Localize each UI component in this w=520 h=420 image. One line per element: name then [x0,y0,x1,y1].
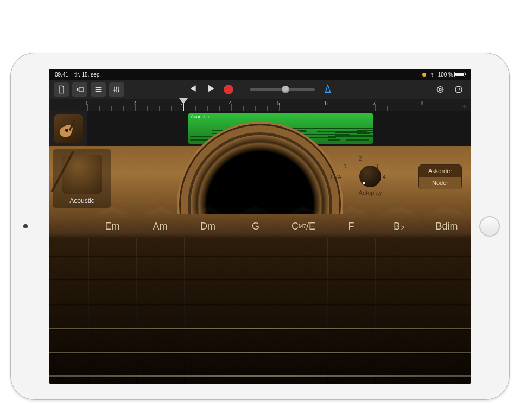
ruler-bar-label: 1 [85,100,88,106]
ruler-bar-label: 6 [325,100,328,106]
tracks-view-button[interactable] [91,82,106,97]
chords-notes-toggle[interactable]: Akkorder Noder [418,164,462,189]
region-label: Acoustic [188,113,373,120]
guitar-string[interactable] [49,256,471,256]
timeline-ruler[interactable]: 12345678 + [49,99,471,111]
guitar-string[interactable] [49,352,471,353]
status-bar: 09.41 tir. 15. sep. 100 % [49,69,471,80]
guitar-string[interactable] [49,375,471,377]
svg-point-14 [65,129,68,132]
svg-rect-2 [96,87,102,88]
my-songs-button[interactable] [54,82,69,97]
status-time: 09.41 [55,72,68,78]
ipad-device-frame: 09.41 tir. 15. sep. 100 % [10,53,510,400]
guitar-string[interactable] [49,328,471,329]
metronome-button[interactable] [322,83,333,96]
autoplay-knob[interactable] [359,166,381,187]
chord-button[interactable]: B♭ [375,214,423,238]
instrument-preset-button[interactable]: Acoustic [53,149,111,208]
guitar-string[interactable] [49,279,471,279]
front-camera [23,224,28,228]
browser-button[interactable] [72,82,87,97]
master-volume-slider[interactable] [250,88,315,91]
svg-rect-1 [79,87,83,92]
top-toolbar: ? [49,80,471,99]
ruler-bar-label: 2 [133,100,136,106]
acoustic-guitar-icon [62,155,102,194]
add-section-button[interactable]: + [462,101,467,111]
chord-button[interactable]: Bdim [423,214,471,238]
track-controls-button[interactable] [109,82,124,97]
record-button[interactable] [224,85,233,94]
battery-icon [454,72,465,77]
autoplay-control: FRA 1 2 3 4 Autoplay [340,156,400,196]
autoplay-pos-1: 1 [344,163,347,169]
autoplay-pos-2: 2 [359,156,362,162]
ruler-bar-label: 7 [373,100,376,106]
mode-chords[interactable]: Akkorder [419,165,461,177]
chord-button[interactable]: Em [88,214,136,238]
screen: 09.41 tir. 15. sep. 100 % [49,69,471,384]
chord-button[interactable]: G [232,214,280,238]
autoplay-off-label: FRA [331,174,341,180]
help-button[interactable]: ? [451,82,466,97]
playhead[interactable] [183,99,184,111]
autoplay-pos-4: 4 [383,174,386,180]
battery-indicator: 100 % [438,72,465,78]
volume-thumb[interactable] [282,86,289,93]
status-time-date: 09.41 tir. 15. sep. [55,72,101,78]
status-date: tir. 15. sep. [74,72,101,78]
wifi-icon [429,72,435,77]
autoplay-scale-labels: FRA 1 2 3 4 [340,156,400,163]
chord-button[interactable]: F [327,214,375,238]
annotation-leader-line [213,0,213,113]
chord-strip: EmAmDmGCM7/EFB♭Bdim [49,214,471,238]
guitar-string[interactable] [49,304,471,305]
ruler-bar-label: 4 [229,100,232,106]
ruler-bar-label: 5 [277,100,280,106]
track-instrument-icon [54,114,83,143]
svg-point-6 [116,87,118,89]
chord-button[interactable]: CM7/E [280,214,327,238]
svg-point-5 [114,90,116,91]
svg-point-9 [439,88,441,91]
battery-percent: 100 % [438,72,453,78]
transport-controls [187,83,333,96]
ruler-bar-label: 8 [421,100,424,106]
instrument-panel: Acoustic FRA 1 2 3 4 Autoplay Akkorder N… [49,146,471,214]
settings-button[interactable] [433,82,448,97]
rewind-button[interactable] [187,83,198,96]
fretboard-strings-area[interactable] [49,238,471,384]
svg-rect-4 [96,91,102,92]
svg-rect-3 [96,89,102,90]
chord-button[interactable]: Dm [184,214,232,238]
mode-notes[interactable]: Noder [419,177,461,189]
svg-text:?: ? [458,87,460,92]
location-indicator-icon [422,73,426,77]
svg-rect-0 [77,88,78,91]
track-header[interactable] [49,111,87,146]
home-button[interactable] [479,216,500,237]
play-button[interactable] [205,83,216,96]
status-right: 100 % [422,72,465,78]
autoplay-caption: Autoplay [340,189,400,196]
ruler-ticks[interactable]: 12345678 [87,99,471,111]
preset-name: Acoustic [69,197,94,205]
chord-button[interactable]: Am [136,214,184,238]
svg-point-7 [118,90,120,92]
